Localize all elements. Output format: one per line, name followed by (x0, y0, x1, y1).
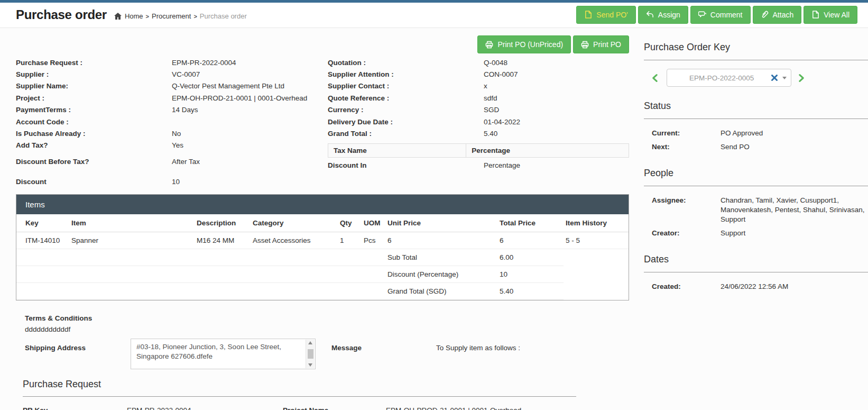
page-title: Purchase order (16, 7, 107, 22)
item-uom: Pcs (362, 232, 385, 249)
assign-button[interactable]: Assign (638, 6, 688, 24)
clear-selection-icon[interactable] (771, 75, 778, 81)
terms-label: Terms & Conditions (25, 314, 629, 322)
purchase-request-fields: PR Key EPM-PR-2022-0004 Project Name EPM… (23, 404, 629, 410)
field-value: Q-Vector Pest Management Pte Ltd (172, 81, 328, 90)
field-label: Quotation : (328, 58, 484, 67)
status-section: Status Current: PO Approved Next: Send P… (644, 101, 868, 154)
breadcrumb-separator: > (193, 13, 197, 20)
comment-label: Comment (710, 11, 743, 19)
col-uom: UOM (362, 214, 385, 232)
po-key-select[interactable]: EPM-PO-2022-0005 (667, 69, 791, 87)
summary-row-grand-total: Grand Total (SGD) 5.40 (16, 283, 629, 299)
col-qty: Qty (338, 214, 362, 232)
item-key: ITM-14010 (16, 232, 69, 249)
comment-button[interactable]: Comment (690, 6, 751, 24)
section-divider (23, 396, 576, 397)
field-label: Currency : (328, 105, 484, 114)
field-grand-total: Grand Total :5.40 (328, 127, 629, 139)
status-current-row: Current: PO Approved (652, 126, 868, 140)
print-po-unpriced-label: Print PO (UnPriced) (497, 40, 563, 49)
item-row[interactable]: ITM-14010 Spanner M16 24 MM Asset Access… (16, 232, 629, 249)
field-project: Project :EPM-OH-PROD-21-0001 | 0001-Over… (16, 92, 328, 104)
item-unit-price: 6 (385, 232, 497, 249)
terms-value: dddddddddddf (25, 325, 629, 333)
creator-value: Support (721, 229, 868, 238)
field-payment-terms: PaymentTerms :14 Days (16, 104, 328, 116)
send-po-label: Send PO' (596, 11, 628, 19)
field-supplier-name: Supplier Name:Q-Vector Pest Management P… (16, 80, 328, 92)
reply-arrow-icon (646, 11, 654, 19)
shipping-address-value: #03-18, Pioneer Junction, 3, Soon Lee St… (136, 343, 281, 360)
scrollbar-thumb[interactable] (308, 349, 313, 359)
print-po-label: Print PO (593, 40, 621, 49)
po-details: Purchase Request :EPM-PR-2022-0004 Suppl… (16, 57, 629, 188)
print-buttons-row: Print PO (UnPriced) Print PO (16, 35, 629, 53)
next-label: Next: (652, 142, 721, 152)
item-history: 5 - 5 (564, 232, 629, 249)
field-value: Yes (172, 141, 328, 150)
send-po-button[interactable]: Send PO' (576, 6, 636, 24)
po-key-title: Purchase Order Key (644, 42, 868, 60)
spacer-cell (16, 249, 385, 266)
item-description: M16 24 MM (195, 232, 251, 249)
items-panel-title: Items (16, 195, 629, 214)
view-all-button[interactable]: View All (804, 6, 857, 24)
home-icon (114, 13, 122, 20)
field-supplier-attention: Supplier Attention :CON-0007 (328, 68, 629, 80)
field-value: x (484, 81, 629, 90)
textarea-scrollbar[interactable] (306, 340, 315, 368)
spacer-cell (16, 266, 385, 283)
caret-down-icon[interactable] (782, 77, 787, 79)
col-total-price: Total Price (497, 214, 564, 232)
project-name-value: EPM-OH-PROD-21-0001 | 0001-Overhead (386, 406, 629, 410)
field-discount-before-tax: Discount Before Tax?After Tax (16, 156, 328, 167)
field-value: Q-0048 (484, 58, 629, 67)
print-po-unpriced-button[interactable]: Print PO (UnPriced) (477, 35, 571, 53)
field-currency: Currency :SGD (328, 104, 629, 116)
summary-row-subtotal: Sub Total 6.00 (16, 249, 629, 266)
item-qty: 1 (338, 232, 362, 249)
field-add-tax: Add Tax?Yes (16, 140, 328, 151)
po-key-selected-value: EPM-PO-2022-0005 (689, 74, 754, 82)
field-account-code: Account Code : (16, 116, 328, 127)
attach-button[interactable]: Attach (753, 6, 802, 24)
created-row: Created: 24/06/2022 12:56 AM (652, 280, 868, 294)
field-label: Discount (16, 177, 172, 186)
field-label: Delivery Due Date : (328, 117, 484, 126)
print-po-button[interactable]: Print PO (573, 35, 629, 53)
scroll-down-icon[interactable] (308, 363, 312, 367)
summary-value: 5.40 (497, 283, 564, 299)
status-title: Status (644, 101, 868, 119)
file-icon (584, 11, 592, 19)
field-value: 5.40 (484, 129, 629, 138)
items-panel: Items Key Item Description Category Qty … (16, 194, 629, 300)
shipping-address-textarea[interactable]: #03-18, Pioneer Junction, 3, Soon Lee St… (131, 339, 316, 369)
breadcrumb-procurement[interactable]: Procurement (152, 12, 191, 20)
field-label: Is Puchase Already : (16, 129, 172, 138)
field-quotation: Quotation :Q-0048 (328, 57, 629, 68)
attach-label: Attach (773, 11, 794, 19)
field-label: Supplier : (16, 70, 172, 79)
field-value: Percentage (484, 161, 629, 170)
breadcrumb-home[interactable]: Home (125, 12, 143, 20)
breadcrumb-current: Purchase order (200, 12, 247, 20)
field-discount: Discount10 (16, 176, 328, 187)
creator-label: Creator: (652, 229, 721, 238)
main-panel: Print PO (UnPriced) Print PO Purchase Re… (16, 28, 629, 410)
field-value: After Tax (172, 157, 328, 166)
col-category: Category (251, 214, 338, 232)
scroll-up-icon[interactable] (308, 341, 312, 344)
header-actions: Send PO' Assign Comment Attach View All (576, 6, 857, 24)
purchase-request-title: Purchase Request (16, 379, 629, 390)
next-po-button[interactable] (797, 74, 806, 83)
view-all-label: View All (824, 11, 849, 19)
field-value (172, 117, 328, 126)
previous-po-button[interactable] (651, 74, 660, 83)
field-value: VC-0007 (172, 70, 328, 79)
field-value: 10 (172, 177, 328, 186)
chevron-right-icon (797, 74, 806, 83)
details-right-column: Quotation :Q-0048 Supplier Attention :CO… (328, 57, 629, 188)
field-label: Purchase Request : (16, 58, 172, 67)
right-sidebar: Purchase Order Key EPM-PO-2022-0005 Stat… (644, 28, 868, 410)
